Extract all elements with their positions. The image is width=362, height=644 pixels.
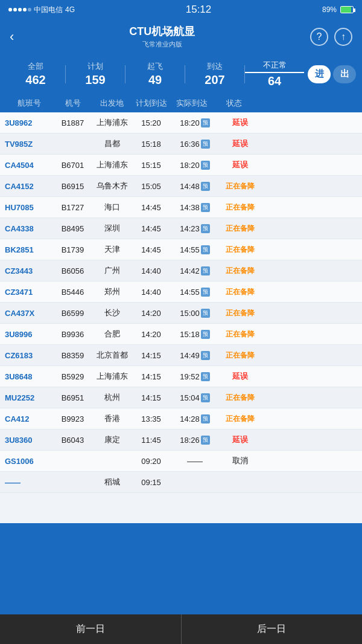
aircraft-number: B8359 (53, 351, 92, 360)
origin-city: 上海浦东 (92, 371, 132, 382)
scheduled-arrival: 14:40 (132, 288, 171, 297)
stat-plan[interactable]: 计划 159 (66, 61, 125, 87)
battery-label: 89% (322, 5, 337, 14)
help-button[interactable]: ? (310, 28, 328, 46)
aircraft-number: B6056 (53, 266, 92, 275)
scheduled-arrival: 09:15 (132, 478, 171, 487)
flight-status: 正在备降 (219, 287, 261, 297)
time-tag: 预 (201, 140, 210, 149)
flight-status: 正在备降 (219, 245, 261, 255)
flight-status: 正在备降 (219, 308, 261, 318)
col-aircraft-no: 机号 (53, 98, 92, 109)
network-label: 4G (65, 5, 75, 14)
table-row[interactable]: CA4338 B8495 深圳 14:45 14:23预 正在备降 (0, 218, 362, 239)
stat-arrive-label: 到达 (185, 61, 244, 72)
status-bar: 中国电信 4G 15:12 89% (0, 0, 362, 19)
aircraft-number: B6951 (53, 393, 92, 402)
aircraft-number: B6701 (53, 161, 92, 170)
flight-number: CZ6183 (5, 351, 53, 360)
table-row[interactable]: CA4504 B6701 上海浦东 15:15 18:20预 延误 (0, 155, 362, 176)
flight-number: GS1006 (5, 457, 53, 466)
carrier-label: 中国电信 (34, 5, 63, 15)
table-row[interactable]: CZ3471 B5446 郑州 14:40 14:55预 正在备降 (0, 282, 362, 303)
table-row[interactable]: CZ6183 B8359 北京首都 14:15 14:49预 正在备降 (0, 345, 362, 366)
actual-arrival: 18:20预 (171, 118, 219, 127)
time-tag: 预 (201, 288, 210, 297)
flight-status: 正在备降 (219, 414, 261, 424)
col-status: 状态 (213, 98, 255, 109)
time-tag: 预 (201, 436, 210, 445)
time-tag: 预 (201, 224, 210, 233)
flight-number: TV985Z (5, 140, 53, 149)
table-row[interactable]: 3U8962 B1887 上海浦东 15:20 18:20预 延误 (0, 112, 362, 134)
scheduled-arrival: 14:45 (132, 203, 171, 212)
table-row[interactable]: 3U8360 B6043 康定 11:45 18:26预 延误 (0, 430, 362, 451)
table-row[interactable]: CA412 B9923 香港 13:35 14:28预 正在备降 (0, 408, 362, 430)
table-row[interactable]: —— 稻城 09:15 (0, 472, 362, 493)
aircraft-number: B6915 (53, 182, 92, 191)
table-row[interactable]: CZ3443 B6056 广州 14:40 14:42预 正在备降 (0, 260, 362, 282)
flight-status: 延误 (219, 159, 261, 170)
scheduled-arrival: 15:05 (132, 182, 171, 191)
flight-number: HU7085 (5, 203, 53, 212)
flight-status: 延误 (219, 371, 261, 382)
battery-icon (340, 6, 354, 13)
table-row[interactable]: HU7085 B1727 海口 14:45 14:38预 正在备降 (0, 197, 362, 218)
share-button[interactable]: ↑ (334, 28, 352, 46)
table-row[interactable]: TV985Z 昌都 15:18 16:36预 延误 (0, 134, 362, 155)
aircraft-number: B9936 (53, 330, 92, 339)
scheduled-arrival: 14:15 (132, 393, 171, 402)
table-row[interactable]: BK2851 B1739 天津 14:45 14:55预 正在备降 (0, 239, 362, 260)
actual-arrival: 18:20预 (171, 161, 219, 170)
flight-status: 正在备降 (219, 266, 261, 276)
origin-city: 北京首都 (92, 350, 132, 361)
flight-list: 3U8962 B1887 上海浦东 15:20 18:20预 延误 TV985Z… (0, 112, 362, 523)
actual-arrival: 15:18预 (171, 330, 219, 339)
time-tag: 预 (201, 330, 210, 339)
aircraft-number: B6043 (53, 436, 92, 445)
stat-abnormal-label: 不正常 (245, 60, 304, 73)
flight-status: 正在备降 (219, 181, 261, 192)
table-row[interactable]: CA4152 B6915 乌鲁木齐 15:05 14:48预 正在备降 (0, 176, 362, 197)
actual-arrival: 14:38预 (171, 203, 219, 212)
aircraft-number: B9923 (53, 414, 92, 423)
scheduled-arrival: 09:20 (132, 457, 171, 466)
stat-abnormal[interactable]: 不正常 64 (245, 60, 304, 88)
stat-arrive[interactable]: 到达 207 (185, 61, 244, 87)
flight-status: 正在备降 (219, 350, 261, 361)
table-row[interactable]: 3U8648 B5929 上海浦东 14:15 19:52预 延误 (0, 366, 362, 387)
table-row[interactable]: MU2252 B6951 杭州 14:15 15:04预 正在备降 (0, 387, 362, 408)
flight-status: 取消 (219, 456, 261, 466)
clock: 15:12 (186, 4, 212, 16)
origin-city: 上海浦东 (92, 117, 132, 128)
actual-arrival: —— (171, 457, 219, 466)
stat-all[interactable]: 全部 462 (6, 61, 65, 87)
tab-in-button[interactable]: 进 (308, 65, 331, 83)
origin-city: 乌鲁木齐 (92, 181, 132, 192)
time-tag: 预 (201, 266, 210, 275)
stat-plan-value: 159 (66, 73, 125, 87)
origin-city: 合肥 (92, 329, 132, 340)
flight-number: CA437X (5, 309, 53, 318)
time-tag: 预 (201, 372, 210, 381)
flight-number: —— (5, 478, 53, 487)
aircraft-number: B8495 (53, 224, 92, 233)
flight-table: 航班号 机号 出发地 计划到达 实际到达 状态 3U8962 B1887 上海浦… (0, 94, 362, 523)
time-tag: 预 (201, 351, 210, 360)
origin-city: 康定 (92, 434, 132, 445)
table-row[interactable]: CA437X B6599 长沙 14:20 15:00预 正在备降 (0, 303, 362, 324)
aircraft-number: B5929 (53, 372, 92, 381)
flight-status: 正在备降 (219, 393, 261, 403)
table-row[interactable]: 3U8996 B9936 合肥 14:20 15:18预 正在备降 (0, 324, 362, 345)
stat-depart[interactable]: 起飞 49 (125, 61, 185, 87)
stat-abnormal-value: 64 (245, 74, 304, 88)
tab-out-button[interactable]: 出 (333, 65, 356, 83)
stat-plan-label: 计划 (66, 61, 125, 72)
stats-row: 全部 462 计划 159 起飞 49 到达 207 不正常 64 进 出 (0, 56, 362, 94)
scheduled-arrival: 15:18 (132, 140, 171, 149)
back-button[interactable]: ‹ (10, 29, 14, 45)
table-header: 航班号 机号 出发地 计划到达 实际到达 状态 (0, 94, 362, 112)
header-center: CTU机场航显 飞常准业内版 (129, 24, 195, 49)
table-row[interactable]: GS1006 09:20 —— 取消 (0, 451, 362, 472)
aircraft-number: B1739 (53, 245, 92, 254)
